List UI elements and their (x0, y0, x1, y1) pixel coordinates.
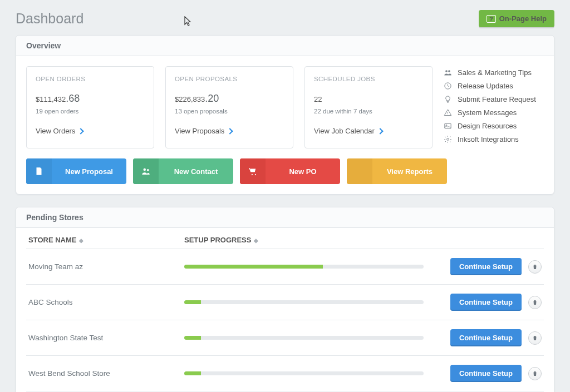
overview-title: Overview (26, 41, 544, 50)
col-store-name[interactable]: STORE NAME ◆ (26, 231, 182, 249)
trash-icon (532, 370, 538, 377)
gear-icon (444, 135, 452, 143)
release-updates-link[interactable]: Release Updates (444, 82, 544, 90)
overview-side-links: Sales & Marketing Tips Release Updates S… (444, 66, 544, 148)
progress-bar (184, 265, 424, 269)
lightbulb-icon (444, 95, 452, 103)
bar-chart-icon (355, 166, 365, 176)
table-row: Washington State TestContinue Setup (26, 320, 544, 356)
document-icon (34, 166, 44, 176)
design-resources-link[interactable]: Design Resources (444, 122, 544, 130)
warning-icon (444, 108, 452, 117)
progress-bar (184, 336, 424, 340)
continue-setup-button[interactable]: Continue Setup (450, 365, 522, 382)
table-row: ABC SchoolsContinue Setup (26, 285, 544, 320)
feature-request-link[interactable]: Submit Feature Request (444, 95, 544, 103)
help-button-label: On-Page Help (499, 14, 547, 23)
new-po-button[interactable]: New PO (240, 158, 340, 184)
people-icon (141, 166, 151, 176)
progress-bar (184, 300, 424, 304)
pending-stores-title: Pending Stores (26, 213, 544, 222)
view-proposals-link[interactable]: View Proposals (175, 127, 232, 135)
continue-setup-button[interactable]: Continue Setup (450, 258, 522, 275)
overview-panel: Overview OPEN ORDERS $111,432.68 19 open… (16, 35, 554, 195)
open-orders-label: OPEN ORDERS (36, 76, 145, 82)
chevron-right-icon (227, 128, 233, 134)
delete-button[interactable] (528, 367, 542, 380)
clock-icon (444, 82, 452, 90)
scheduled-jobs-card: SCHEDULED JOBS 22 22 due within 7 days V… (304, 66, 433, 148)
view-reports-button[interactable]: View Reports (347, 158, 447, 184)
trash-icon (532, 299, 538, 306)
table-row: West Bend School StoreContinue Setup (26, 356, 544, 391)
open-orders-card: OPEN ORDERS $111,432.68 19 open orders V… (26, 66, 154, 148)
help-icon: ? (487, 15, 496, 23)
open-proposals-card: OPEN PROPOSALS $226,833.20 13 open propo… (165, 66, 293, 148)
svg-point-6 (144, 168, 146, 171)
image-icon (444, 122, 452, 130)
view-job-calendar-link[interactable]: View Job Calendar (314, 127, 382, 135)
system-messages-link[interactable]: System Messages (444, 108, 544, 117)
chevron-right-icon (377, 128, 383, 134)
new-proposal-button[interactable]: New Proposal (26, 158, 126, 184)
people-icon (444, 68, 452, 77)
col-setup-progress[interactable]: SETUP PROGRESS ◆ (182, 231, 433, 249)
scheduled-jobs-label: SCHEDULED JOBS (314, 76, 423, 82)
scheduled-jobs-value: 22 (314, 88, 423, 106)
progress-bar (184, 371, 424, 375)
svg-point-1 (448, 70, 450, 72)
continue-setup-button[interactable]: Continue Setup (450, 329, 522, 346)
open-orders-sub: 19 open orders (36, 108, 145, 115)
continue-setup-button[interactable]: Continue Setup (450, 294, 522, 311)
delete-button[interactable] (528, 260, 542, 274)
trash-icon (532, 335, 538, 341)
table-row: Moving Team azContinue Setup (26, 249, 544, 285)
pending-stores-table: STORE NAME ◆ SETUP PROGRESS ◆ Moving Tea… (26, 231, 544, 392)
open-proposals-sub: 13 open proposals (175, 108, 284, 115)
svg-point-5 (447, 138, 449, 141)
sales-tips-link[interactable]: Sales & Marketing Tips (444, 68, 544, 77)
svg-point-0 (445, 70, 448, 72)
scheduled-jobs-sub: 22 due within 7 days (314, 108, 423, 115)
store-name: Washington State Test (28, 334, 180, 342)
chevron-right-icon (78, 128, 84, 134)
cart-icon (248, 166, 258, 176)
inksoft-integrations-link[interactable]: Inksoft Integrations (444, 135, 544, 143)
new-contact-button[interactable]: New Contact (133, 158, 233, 184)
pending-stores-panel: Pending Stores STORE NAME ◆ SETUP PROGRE… (16, 207, 554, 392)
store-name: Moving Team az (28, 262, 180, 271)
open-orders-value: $111,432.68 (36, 88, 145, 106)
delete-button[interactable] (528, 331, 542, 345)
page-title: Dashboard (16, 11, 83, 27)
sort-icon: ◆ (77, 237, 83, 244)
store-name: West Bend School Store (28, 369, 180, 378)
on-page-help-button[interactable]: ?On-Page Help (479, 10, 554, 27)
open-proposals-label: OPEN PROPOSALS (175, 76, 284, 82)
sort-icon: ◆ (252, 237, 258, 244)
view-orders-link[interactable]: View Orders (36, 127, 83, 135)
delete-button[interactable] (528, 296, 542, 309)
store-name: ABC Schools (28, 298, 180, 306)
svg-point-7 (147, 169, 149, 171)
trash-icon (532, 264, 538, 270)
open-proposals-value: $226,833.20 (175, 88, 284, 106)
